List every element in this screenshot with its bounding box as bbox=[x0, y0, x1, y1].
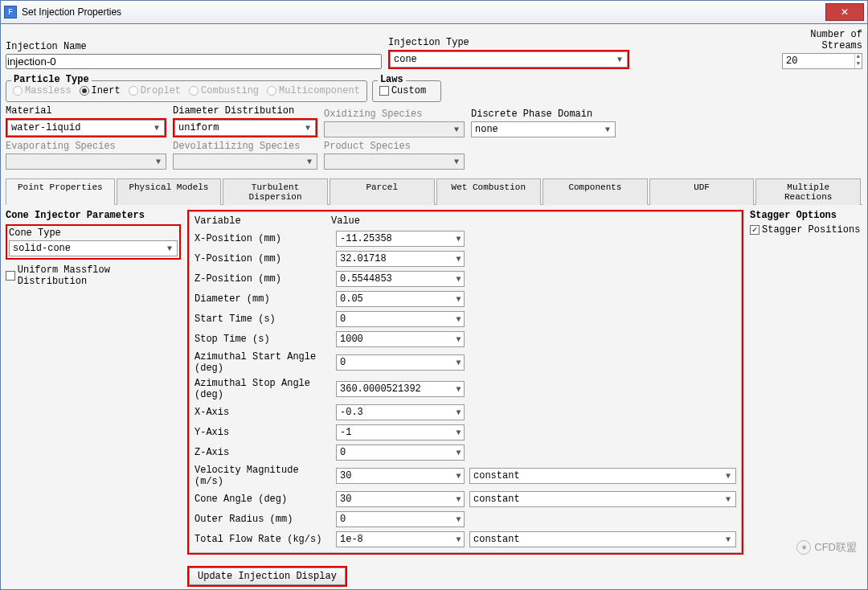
variable-value-input[interactable]: ▼ bbox=[336, 404, 465, 420]
checkbox-uniform-massflow[interactable]: Uniform Massflow Distribution bbox=[6, 264, 181, 287]
chevron-down-icon[interactable]: ▼ bbox=[453, 449, 464, 457]
tab-physical-models[interactable]: Physical Models bbox=[117, 178, 222, 205]
variable-label: Z-Axis bbox=[194, 447, 331, 458]
diameter-dist-label: Diameter Distribution bbox=[173, 105, 317, 117]
chevron-down-icon: ▼ bbox=[304, 158, 315, 166]
material-dropdown[interactable]: water-liquid▼ bbox=[7, 120, 165, 136]
checkbox-custom[interactable]: Custom bbox=[379, 85, 434, 96]
cone-type-dropdown[interactable]: solid-cone▼ bbox=[9, 240, 178, 256]
chevron-down-icon[interactable]: ▼ bbox=[453, 408, 464, 417]
variable-value-input[interactable]: ▼ bbox=[336, 354, 465, 371]
tab-parcel[interactable]: Parcel bbox=[330, 178, 435, 205]
chevron-down-icon[interactable]: ▼ bbox=[453, 385, 464, 394]
variable-value-input[interactable]: ▼ bbox=[336, 271, 465, 287]
tab-turbulent-dispersion[interactable]: Turbulent Dispersion bbox=[223, 178, 328, 205]
evap-dropdown: ▼ bbox=[6, 154, 166, 170]
variable-label: Cone Angle (deg) bbox=[194, 494, 331, 505]
num-streams-input[interactable]: ▲▼ bbox=[782, 53, 862, 69]
injection-type-value: cone bbox=[394, 54, 417, 65]
spin-down-icon[interactable]: ▼ bbox=[855, 61, 862, 68]
variable-value-input[interactable]: ▼ bbox=[336, 251, 465, 267]
injection-type-label: Injection Type bbox=[388, 37, 772, 48]
variable-value-input[interactable]: ▼ bbox=[336, 291, 465, 307]
variable-label: Z-Position (mm) bbox=[194, 273, 331, 285]
oxidizing-dropdown: ▼ bbox=[324, 121, 465, 137]
variable-value-input[interactable]: ▼ bbox=[336, 311, 465, 327]
update-injection-display-button[interactable]: Update Injection Display bbox=[189, 567, 346, 585]
variable-row: Y-Axis▼ bbox=[194, 424, 736, 440]
variable-row: Outer Radius (mm)▼ bbox=[194, 511, 736, 527]
variable-value-input[interactable]: ▼ bbox=[336, 424, 465, 440]
variable-value-input[interactable]: ▼ bbox=[336, 511, 465, 527]
variable-value-input[interactable]: ▼ bbox=[336, 491, 465, 507]
chevron-down-icon[interactable]: ▼ bbox=[453, 515, 464, 524]
variable-row: Azimuthal Start Angle (deg)▼ bbox=[194, 351, 736, 374]
chevron-down-icon[interactable]: ▼ bbox=[453, 359, 464, 367]
variable-row: Z-Axis▼ bbox=[194, 445, 736, 461]
variable-row: Start Time (s)▼ bbox=[194, 311, 736, 327]
chevron-down-icon: ▼ bbox=[153, 158, 164, 166]
variable-label: Diameter (mm) bbox=[194, 293, 331, 305]
chevron-down-icon[interactable]: ▼ bbox=[453, 535, 464, 544]
chevron-down-icon: ▼ bbox=[723, 472, 734, 481]
radio-droplet: Droplet bbox=[129, 85, 181, 96]
chevron-down-icon[interactable]: ▼ bbox=[453, 335, 464, 344]
injection-name-label: Injection Name bbox=[6, 41, 382, 52]
devol-dropdown: ▼ bbox=[173, 154, 317, 170]
discrete-domain-label: Discrete Phase Domain bbox=[471, 109, 616, 120]
chevron-down-icon[interactable]: ▼ bbox=[453, 428, 464, 437]
variable-value-input[interactable]: ▼ bbox=[336, 331, 465, 347]
variable-label: Start Time (s) bbox=[194, 313, 331, 325]
chevron-down-icon[interactable]: ▼ bbox=[453, 295, 464, 304]
variable-value-input[interactable]: ▼ bbox=[336, 445, 465, 461]
product-label: Product Species bbox=[324, 141, 465, 152]
variable-label: Total Flow Rate (kg/s) bbox=[194, 534, 331, 545]
tab-multiple-reactions[interactable]: Multiple Reactions bbox=[755, 178, 861, 205]
chevron-down-icon: ▼ bbox=[723, 535, 734, 544]
variable-law-dropdown[interactable]: constant▼ bbox=[469, 491, 736, 507]
column-variable: Variable bbox=[194, 215, 331, 227]
diameter-dist-dropdown[interactable]: uniform▼ bbox=[174, 120, 316, 136]
close-button[interactable]: ✕ bbox=[825, 3, 864, 21]
variable-label: Y-Position (mm) bbox=[194, 253, 331, 264]
radio-multicomponent: Multicomponent bbox=[267, 85, 360, 96]
tabs: Point Properties Physical Models Turbule… bbox=[6, 178, 862, 205]
variable-label: X-Axis bbox=[194, 407, 331, 418]
variable-label: Stop Time (s) bbox=[194, 334, 331, 345]
watermark: ✶ CFD联盟 bbox=[796, 540, 857, 555]
tab-udf[interactable]: UDF bbox=[649, 178, 755, 205]
radio-inert[interactable]: Inert bbox=[80, 85, 121, 96]
injection-type-dropdown[interactable]: cone ▼ bbox=[390, 51, 628, 68]
chevron-down-icon[interactable]: ▼ bbox=[453, 235, 464, 244]
chevron-down-icon[interactable]: ▼ bbox=[453, 255, 464, 264]
tab-components[interactable]: Components bbox=[542, 178, 648, 205]
chevron-down-icon[interactable]: ▼ bbox=[453, 315, 464, 324]
injection-name-input[interactable] bbox=[6, 54, 382, 69]
discrete-domain-dropdown[interactable]: none▼ bbox=[471, 121, 616, 137]
variable-row: Diameter (mm)▼ bbox=[194, 291, 736, 307]
variable-law-dropdown[interactable]: constant▼ bbox=[469, 468, 736, 484]
cone-type-label: Cone Type bbox=[9, 227, 61, 239]
chevron-down-icon: ▼ bbox=[451, 158, 462, 166]
window-title: Set Injection Properties bbox=[22, 6, 121, 18]
variable-value-input[interactable]: ▼ bbox=[336, 531, 465, 547]
radio-combusting: Combusting bbox=[189, 85, 259, 96]
variable-value-input[interactable]: ▼ bbox=[336, 381, 465, 397]
variable-law-dropdown[interactable]: constant▼ bbox=[469, 531, 736, 547]
tab-wet-combustion[interactable]: Wet Combustion bbox=[436, 178, 542, 205]
variable-label: Velocity Magnitude (m/s) bbox=[194, 465, 331, 487]
variable-label: Azimuthal Stop Angle (deg) bbox=[194, 378, 331, 400]
chevron-down-icon[interactable]: ▼ bbox=[453, 275, 464, 284]
chevron-down-icon[interactable]: ▼ bbox=[453, 472, 464, 481]
tab-point-properties[interactable]: Point Properties bbox=[6, 178, 115, 205]
chevron-down-icon: ▼ bbox=[164, 244, 175, 253]
stagger-heading: Stagger Options bbox=[750, 210, 862, 221]
variable-row: Z-Position (mm)▼ bbox=[194, 271, 736, 287]
variable-row: Y-Position (mm)▼ bbox=[194, 251, 736, 267]
checkbox-stagger-positions[interactable]: Stagger Positions bbox=[750, 224, 862, 236]
chevron-down-icon[interactable]: ▼ bbox=[453, 495, 464, 504]
variable-value-input[interactable]: ▼ bbox=[336, 468, 465, 484]
variable-value-input[interactable]: ▼ bbox=[336, 231, 465, 247]
variable-row: X-Axis▼ bbox=[194, 404, 736, 420]
variable-label: Azimuthal Start Angle (deg) bbox=[194, 351, 331, 374]
